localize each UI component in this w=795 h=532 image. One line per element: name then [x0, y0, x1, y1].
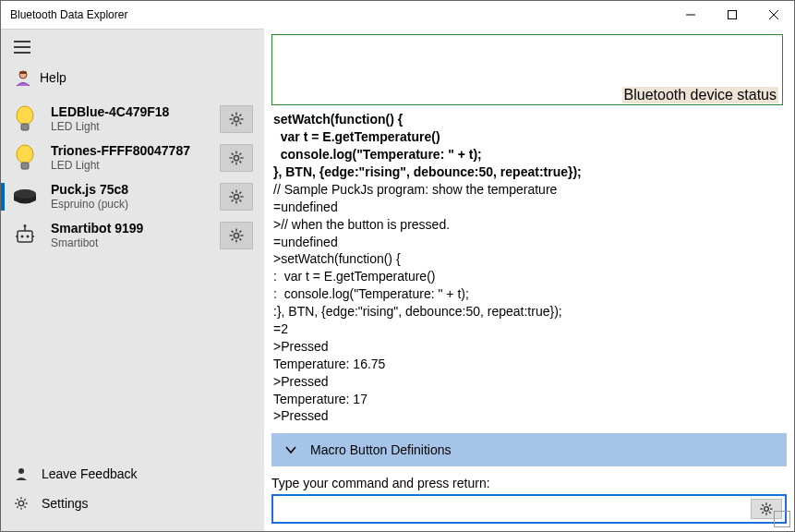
- gear-icon: [14, 496, 29, 511]
- chevron-down-icon: [284, 443, 297, 456]
- console-line: =undefined: [273, 199, 787, 216]
- command-row: [271, 494, 787, 524]
- console-line: // Sample PuckJs program: show the tempe…: [273, 181, 787, 199]
- svg-line-30: [232, 161, 234, 163]
- console-line: var t = E.getTemperature(): [273, 128, 787, 146]
- svg-line-40: [232, 200, 234, 201]
- svg-point-20: [17, 145, 33, 163]
- svg-line-27: [232, 153, 234, 155]
- status-label: Bluetooth device status: [622, 87, 778, 103]
- svg-point-31: [14, 189, 36, 199]
- leave-feedback-button[interactable]: Leave Feedback: [14, 459, 251, 489]
- svg-line-28: [239, 161, 241, 163]
- svg-point-57: [18, 468, 24, 474]
- settings-button[interactable]: Settings: [14, 489, 251, 518]
- maximize-button[interactable]: [711, 1, 753, 29]
- bulb-icon: [8, 141, 42, 175]
- minimize-button[interactable]: [669, 1, 711, 29]
- svg-line-65: [769, 504, 771, 506]
- device-settings-button[interactable]: [220, 105, 253, 133]
- console-line: =2: [273, 320, 787, 338]
- svg-rect-8: [19, 71, 27, 74]
- settings-label: Settings: [42, 496, 89, 511]
- console-line: console.log("Temperature: " + t);: [273, 146, 787, 163]
- device-text: Puck.js 75c8Espruino (puck): [51, 182, 220, 211]
- sidebar: Help LEDBlue-4C479F18LED LightTriones-FF…: [1, 29, 264, 531]
- svg-line-16: [232, 115, 234, 116]
- console-line: >// when the button is pressed.: [273, 216, 787, 234]
- device-subtitle: Smartibot: [51, 236, 220, 249]
- resize-grip[interactable]: [774, 511, 790, 527]
- svg-rect-1: [728, 11, 736, 19]
- menu-button[interactable]: [1, 30, 264, 61]
- device-title: Triones-FFFF80047787: [51, 143, 220, 159]
- svg-point-11: [234, 116, 238, 121]
- status-box: Bluetooth device status: [271, 34, 783, 105]
- macro-definitions-button[interactable]: Macro Button Definitions: [271, 433, 787, 466]
- device-list: LEDBlue-4C479F18LED LightTriones-FFFF800…: [1, 100, 264, 255]
- svg-line-56: [232, 238, 234, 240]
- bulb-icon: [8, 103, 42, 136]
- device-title: LEDBlue-4C479F18: [51, 104, 220, 120]
- svg-point-45: [24, 224, 27, 227]
- puck-icon: [8, 180, 42, 213]
- svg-line-17: [239, 122, 241, 124]
- window-title: Bluetooth Data Explorer: [1, 8, 127, 21]
- device-subtitle: LED Light: [51, 120, 220, 133]
- robot-icon: [8, 219, 42, 252]
- svg-line-29: [239, 153, 241, 155]
- device-title: Puck.js 75c8: [51, 182, 220, 198]
- console-line: =undefined: [273, 234, 787, 251]
- svg-line-39: [239, 192, 241, 194]
- console-line: >setWatch(function() {: [273, 250, 787, 268]
- svg-rect-41: [18, 231, 32, 242]
- device-settings-button[interactable]: [220, 144, 253, 172]
- svg-line-54: [239, 238, 241, 240]
- device-row[interactable]: Puck.js 75c8Espruino (puck): [1, 177, 259, 216]
- device-settings-button[interactable]: [220, 222, 253, 249]
- command-label: Type your command and press return:: [271, 476, 787, 490]
- console-line: :}, BTN, {edge:"rising", debounce:50, re…: [273, 303, 787, 320]
- console-line: >Pressed: [273, 407, 787, 425]
- device-row[interactable]: LEDBlue-4C479F18LED Light: [1, 100, 259, 139]
- main-pane: Bluetooth device status setWatch(functio…: [264, 29, 794, 531]
- console-line: Temperature: 16.75: [273, 356, 787, 373]
- console-line: Temperature: 17: [273, 391, 787, 408]
- svg-line-55: [239, 231, 241, 233]
- svg-point-9: [17, 106, 33, 125]
- svg-line-53: [232, 231, 234, 233]
- device-text: Smartibot 9199Smartibot: [51, 221, 220, 249]
- feedback-label: Leave Feedback: [42, 466, 138, 481]
- device-row[interactable]: Smartibot 9199Smartibot: [1, 216, 259, 255]
- title-bar: Bluetooth Data Explorer: [1, 1, 794, 29]
- console-line: >Pressed: [273, 338, 787, 356]
- macro-label: Macro Button Definitions: [310, 442, 452, 457]
- sidebar-footer: Leave Feedback Settings: [1, 450, 264, 531]
- svg-point-48: [234, 233, 238, 237]
- svg-line-18: [239, 115, 241, 116]
- close-button[interactable]: [753, 1, 794, 29]
- svg-line-38: [239, 200, 241, 201]
- svg-point-22: [234, 155, 238, 160]
- svg-line-37: [232, 192, 234, 194]
- console-line: }, BTN, {edge:"rising", debounce:50, rep…: [273, 163, 787, 181]
- command-input[interactable]: [273, 496, 748, 522]
- svg-line-63: [762, 504, 764, 506]
- help-label: Help: [40, 70, 66, 85]
- svg-line-66: [762, 512, 764, 514]
- device-text: Triones-FFFF80047787LED Light: [51, 143, 220, 172]
- device-subtitle: LED Light: [51, 159, 220, 172]
- svg-point-32: [234, 194, 238, 199]
- help-button[interactable]: Help: [1, 61, 264, 100]
- svg-point-58: [765, 507, 769, 512]
- device-row[interactable]: Triones-FFFF80047787LED Light: [1, 139, 259, 177]
- svg-point-42: [21, 236, 24, 238]
- console-line: >Pressed: [273, 373, 787, 391]
- help-icon: [14, 68, 32, 87]
- device-subtitle: Espruino (puck): [51, 198, 220, 211]
- device-settings-button[interactable]: [220, 183, 253, 211]
- svg-line-64: [769, 512, 771, 514]
- svg-point-43: [27, 236, 30, 238]
- svg-rect-21: [21, 163, 29, 169]
- console-line: : console.log("Temperature: " + t);: [273, 285, 787, 303]
